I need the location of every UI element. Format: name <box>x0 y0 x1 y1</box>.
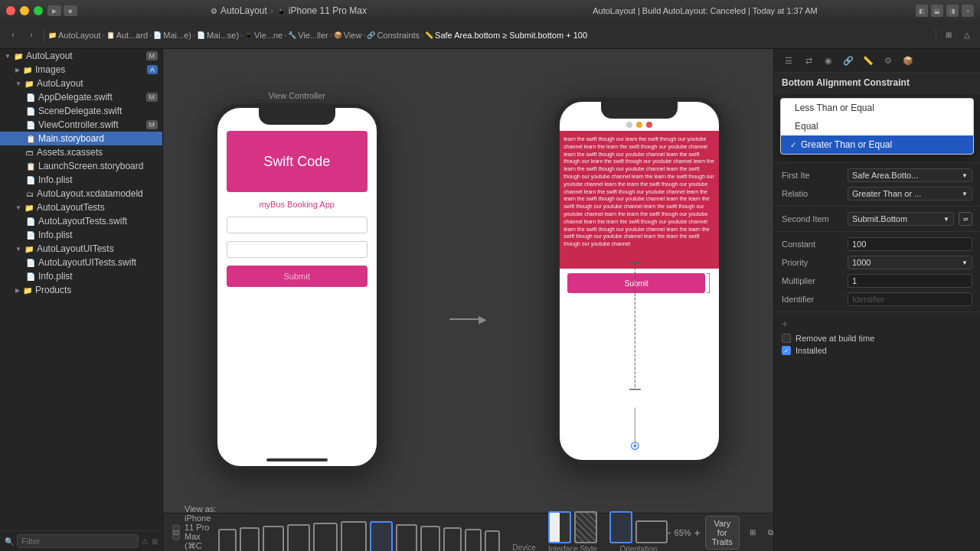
interface-style-icon[interactable] <box>548 511 571 543</box>
device-5[interactable] <box>313 523 338 551</box>
sidebar-item-autolayoutuitests-swift[interactable]: 📄 AutoLayoutUITests.swift <box>0 256 162 269</box>
sidebar-item-autolayoutuitests[interactable]: ▼ 📁 AutoLayoutUITests <box>0 242 162 256</box>
orientation-portrait-icon[interactable] <box>609 511 632 543</box>
device-3[interactable] <box>263 526 284 551</box>
rp-icon-3[interactable]: ◉ <box>820 52 837 69</box>
relation-value[interactable]: Greater Than or ... ▼ <box>848 187 972 201</box>
remove-at-build-row[interactable]: Remove at build time <box>774 332 980 344</box>
constant-value[interactable]: 100 <box>848 237 972 251</box>
installed-checkbox[interactable]: ✓ <box>782 346 791 355</box>
iphone-submit-btn[interactable]: Submit <box>227 266 368 287</box>
identifier-value[interactable]: Identifier <box>848 292 972 306</box>
canvas-toggle[interactable]: ⊡ <box>172 525 180 540</box>
device-1[interactable] <box>218 529 237 551</box>
priority-value[interactable]: 1000 ▼ <box>848 256 972 269</box>
sidebar-item-scenedelegate[interactable]: 📄 SceneDelegate.swift <box>0 104 162 118</box>
arrow-container: ▶ <box>449 313 487 325</box>
close-button[interactable] <box>6 6 15 15</box>
first-item-value[interactable]: Safe Area.Botto... ▼ <box>848 168 972 182</box>
play-button[interactable]: ▶ <box>47 5 61 16</box>
inspector-icon[interactable]: ◨ <box>946 5 959 17</box>
rp-icon-5[interactable]: 📏 <box>860 52 877 69</box>
iphone-input-1[interactable] <box>227 217 368 233</box>
dropdown-item-less-than-equal[interactable]: Less Than or Equal <box>781 99 973 117</box>
issues-icon[interactable]: △ <box>959 27 975 44</box>
device-4[interactable] <box>287 524 310 551</box>
device-9[interactable] <box>420 526 440 551</box>
iphone-input-2[interactable] <box>227 241 368 258</box>
breadcrumb-item-view[interactable]: 📦 View <box>334 31 362 40</box>
rp-icon-6[interactable]: ⚙ <box>880 52 897 69</box>
sidebar-item-autolayouttests[interactable]: ▼ 📁 AutoLayoutTests <box>0 201 162 214</box>
layout-icon[interactable]: ⊞ <box>940 27 957 44</box>
sidebar-item-info-tests[interactable]: 📄 Info.plist <box>0 228 162 242</box>
zoom-minus-button[interactable]: - <box>668 527 671 539</box>
forward-icon[interactable]: › <box>23 27 40 44</box>
library-icon[interactable]: + <box>962 5 974 17</box>
device-11[interactable] <box>465 529 482 551</box>
device-10[interactable] <box>443 527 462 551</box>
toolbar-separator <box>44 28 44 42</box>
breadcrumb-item-autoard[interactable]: 📋 Aut...ard <box>106 31 149 40</box>
sidebar-item-info[interactable]: 📄 Info.plist <box>0 173 162 187</box>
folder-icon: 📁 <box>24 204 34 212</box>
device-6[interactable] <box>341 521 367 551</box>
sidebar-item-images[interactable]: ▶ 📁 Images A <box>0 63 162 77</box>
sidebar-item-appdelegate[interactable]: 📄 AppDelegate.swift M <box>0 90 162 104</box>
back-icon[interactable]: ‹ <box>5 27 21 44</box>
breadcrumb-item-maine[interactable]: 📄 Mai...e) <box>153 31 191 40</box>
dropdown-item-greater-than-equal[interactable]: ✓ Greater Than or Equal <box>781 135 973 154</box>
submit-btn-2[interactable]: Submit <box>567 273 705 293</box>
bottom-icon-1[interactable]: ⊞ <box>744 524 761 541</box>
relation-dropdown[interactable]: Less Than or Equal Equal ✓ Greater Than … <box>780 98 974 155</box>
titlebar: ▶ ■ ⚙ AutoLayout › 📱 iPhone 11 Pro Max A… <box>0 0 980 21</box>
rp-icon-2[interactable]: ⇄ <box>800 52 817 69</box>
installed-row[interactable]: ✓ Installed <box>774 344 980 357</box>
sidebar-item-info-uitests[interactable]: 📄 Info.plist <box>0 269 162 283</box>
orientation-landscape-icon[interactable] <box>635 520 668 543</box>
device-12[interactable] <box>485 530 500 551</box>
breadcrumb-item-safearea[interactable]: 📏 Safe Area.bottom ≥ Submit.bottom + 100 <box>425 31 587 40</box>
breadcrumb-item-autolayout[interactable]: 📁 AutoLayout <box>48 31 101 40</box>
relation-row: Relatio Greater Than or ... ▼ <box>774 184 980 203</box>
breadcrumb-item-constraints[interactable]: 🔗 Constraints <box>367 31 420 40</box>
interface-style-2-icon[interactable] <box>574 511 597 543</box>
sidebar-item-launchscreen[interactable]: 📋 LaunchScreen.storyboard <box>0 159 162 173</box>
sidebar-item-xcdatamodel[interactable]: 🗂 AutoLayout.xcdatamodeld <box>0 187 162 201</box>
multiplier-value[interactable]: 1 <box>848 274 972 288</box>
vary-for-traits-button[interactable]: Vary for Traits <box>705 516 740 549</box>
rp-icon-4[interactable]: 🔗 <box>840 52 857 69</box>
device-8[interactable] <box>396 524 417 551</box>
breadcrumb-item-mainse[interactable]: 📄 Mai...se) <box>197 31 239 40</box>
dropdown-item-equal[interactable]: Equal <box>781 117 973 135</box>
debug-icon[interactable]: ⬓ <box>931 5 943 17</box>
breadcrumb-item-vieller[interactable]: 🔧 Vie...ller <box>288 31 328 40</box>
filter-input[interactable] <box>17 534 139 548</box>
navigator-icon[interactable]: ◧ <box>916 5 928 17</box>
sidebar-item-products[interactable]: ▶ 📁 Products <box>0 283 162 297</box>
sidebar-item-assets[interactable]: 🗃 Assets.xcassets <box>0 145 162 159</box>
breadcrumb-item-vieene[interactable]: 📱 Vie...ne <box>244 31 283 40</box>
device-2[interactable] <box>240 527 260 551</box>
second-item-value[interactable]: Submit.Bottom ▼ <box>848 212 954 226</box>
zoom-plus-button[interactable]: + <box>694 527 701 539</box>
sidebar-item-autolayout-group[interactable]: ▼ 📁 AutoLayout <box>0 77 162 90</box>
window-controls[interactable] <box>6 6 43 15</box>
swap-icon[interactable]: ⇄ <box>959 212 972 226</box>
minimize-button[interactable] <box>20 6 29 15</box>
expand-icon: ▼ <box>5 53 11 60</box>
main-layout: ▼ 📁 AutoLayout M ▶ 📁 Images A ▼ 📁 AutoLa… <box>0 49 980 551</box>
rp-icon-1[interactable]: ☰ <box>780 52 797 69</box>
maximize-button[interactable] <box>34 6 43 15</box>
sidebar-item-main-storyboard[interactable]: 📋 Main.storyboard <box>0 132 162 145</box>
device-7-active[interactable] <box>370 521 393 551</box>
bottom-icon-2[interactable]: ⧉ <box>763 524 773 541</box>
sidebar-item-autolayouttests-swift[interactable]: 📄 AutoLayoutTests.swift <box>0 214 162 228</box>
sidebar-item-viewcontroller[interactable]: 📄 ViewController.swift M <box>0 118 162 132</box>
stop-button[interactable]: ■ <box>64 5 77 16</box>
rp-icon-7[interactable]: 📦 <box>900 52 916 69</box>
sidebar-item-autolayout[interactable]: ▼ 📁 AutoLayout M <box>0 49 162 63</box>
add-constraint-icon[interactable]: + <box>782 318 788 330</box>
orientation-label: Orientation <box>619 545 657 551</box>
remove-at-build-checkbox[interactable] <box>782 334 791 343</box>
